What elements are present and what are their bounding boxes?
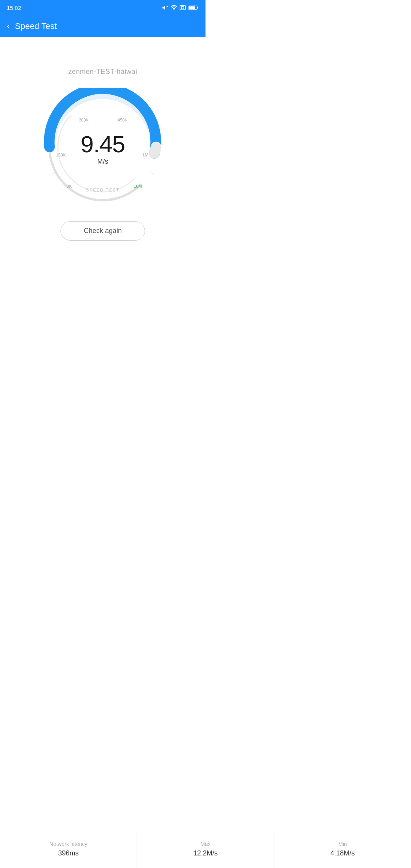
speed-test-label: SPEED TEST bbox=[86, 188, 119, 192]
wifi-icon bbox=[170, 5, 177, 10]
svg-rect-6 bbox=[189, 6, 195, 9]
battery-icon bbox=[188, 5, 199, 10]
network-name: zenmen-TEST-haiwai bbox=[68, 68, 137, 76]
page-title: Speed Test bbox=[15, 21, 57, 31]
svg-rect-5 bbox=[197, 7, 198, 9]
app-header: ‹ Speed Test bbox=[0, 15, 206, 37]
gauge-450k: 450K bbox=[118, 118, 127, 122]
back-button[interactable]: ‹ bbox=[7, 21, 10, 31]
speed-number: 9.45 bbox=[81, 132, 125, 156]
gauge-300k: 300K bbox=[79, 118, 89, 122]
gauge-0k: 0K bbox=[67, 184, 72, 188]
status-bar: 15:02 bbox=[0, 0, 206, 15]
gauge-10m: 10M bbox=[134, 184, 142, 188]
screenshot-icon bbox=[180, 5, 186, 10]
speed-unit: M/s bbox=[81, 158, 125, 166]
status-icons bbox=[161, 5, 199, 10]
gauge-1m: 1M bbox=[142, 153, 148, 157]
status-time: 15:02 bbox=[7, 5, 21, 11]
speed-display: 9.45 M/s bbox=[81, 132, 125, 166]
main-content: zenmen-TEST-haiwai bbox=[0, 37, 206, 241]
gauge-150k: 150K bbox=[56, 153, 66, 157]
mute-icon bbox=[161, 5, 168, 10]
svg-rect-3 bbox=[182, 6, 184, 9]
check-again-button[interactable]: Check again bbox=[61, 221, 145, 241]
speedometer: 0K 150K 300K 450K 1M 10M 9.45 M/s SPEED … bbox=[38, 88, 167, 206]
